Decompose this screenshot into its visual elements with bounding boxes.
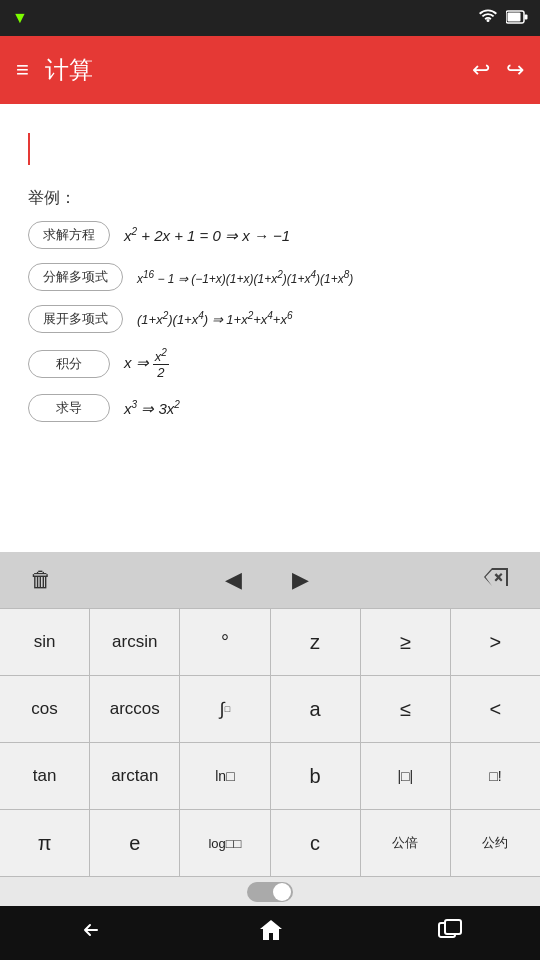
status-bar: ▼ <box>0 0 540 36</box>
cursor-left-button[interactable]: ◀ <box>215 561 252 599</box>
svg-rect-4 <box>445 920 461 934</box>
example-row-3: 展开多项式 (1+x2)(1+x4) ⇒ 1+x2+x4+x6 <box>28 305 512 333</box>
redo-button[interactable]: ↪ <box>506 57 524 83</box>
notification-icon: ▼ <box>12 9 28 27</box>
svg-rect-2 <box>525 14 528 19</box>
key-arcsin[interactable]: arcsin <box>90 609 180 675</box>
example-row-5: 求导 x3 ⇒ 3x2 <box>28 394 512 422</box>
app-header: ≡ 计算 ↩ ↪ <box>0 36 540 104</box>
keyboard-row-4: π e log□□ c 公倍 公约 <box>0 809 540 876</box>
example-tag-4[interactable]: 积分 <box>28 350 110 378</box>
cursor-right-button[interactable]: ▶ <box>282 561 319 599</box>
key-lte[interactable]: ≤ <box>361 676 451 742</box>
input-area[interactable] <box>28 124 512 174</box>
key-c[interactable]: c <box>271 810 361 876</box>
header-actions: ↩ ↪ <box>472 57 524 83</box>
key-a[interactable]: a <box>271 676 361 742</box>
key-z[interactable]: z <box>271 609 361 675</box>
keyboard-toolbar-center: ◀ ▶ <box>215 561 319 599</box>
svg-rect-1 <box>508 12 521 21</box>
key-cos[interactable]: cos <box>0 676 90 742</box>
key-b[interactable]: b <box>271 743 361 809</box>
status-right <box>478 9 528 28</box>
key-gcd[interactable]: 公约 <box>451 810 540 876</box>
menu-icon[interactable]: ≡ <box>16 57 29 83</box>
key-ln[interactable]: ln□ <box>180 743 270 809</box>
home-button[interactable] <box>258 918 284 948</box>
example-row-1: 求解方程 x2 + 2x + 1 = 0 ⇒ x → −1 <box>28 221 512 249</box>
example-expr-1: x2 + 2x + 1 = 0 ⇒ x → −1 <box>124 226 290 245</box>
keyboard: 🗑 ◀ ▶ sin arcsin ° z ≥ > cos arccos ∫□ a… <box>0 552 540 906</box>
toggle-row <box>0 876 540 906</box>
key-e[interactable]: e <box>90 810 180 876</box>
recent-apps-button[interactable] <box>437 919 463 947</box>
text-cursor <box>28 133 30 165</box>
example-row-2: 分解多项式 x16 − 1 ⇒ (−1+x)(1+x)(1+x2)(1+x4)(… <box>28 263 512 291</box>
backspace-button[interactable] <box>472 560 520 600</box>
battery-icon <box>506 10 528 27</box>
key-sin[interactable]: sin <box>0 609 90 675</box>
key-factorial[interactable]: □! <box>451 743 540 809</box>
example-tag-5[interactable]: 求导 <box>28 394 110 422</box>
key-degree[interactable]: ° <box>180 609 270 675</box>
key-arccos[interactable]: arccos <box>90 676 180 742</box>
status-left: ▼ <box>12 9 28 27</box>
main-content: 举例： 求解方程 x2 + 2x + 1 = 0 ⇒ x → −1 分解多项式 … <box>0 104 540 564</box>
wifi-icon <box>478 9 498 28</box>
key-pi[interactable]: π <box>0 810 90 876</box>
example-tag-2[interactable]: 分解多项式 <box>28 263 123 291</box>
key-lcm[interactable]: 公倍 <box>361 810 451 876</box>
back-button[interactable] <box>77 919 105 947</box>
example-expr-4: x ⇒ x22 <box>124 347 169 380</box>
example-expr-5: x3 ⇒ 3x2 <box>124 399 180 418</box>
key-abs[interactable]: |□| <box>361 743 451 809</box>
delete-button[interactable]: 🗑 <box>20 561 62 599</box>
example-expr-3: (1+x2)(1+x4) ⇒ 1+x2+x4+x6 <box>137 310 293 327</box>
keyboard-row-1: sin arcsin ° z ≥ > <box>0 608 540 675</box>
key-tan[interactable]: tan <box>0 743 90 809</box>
example-tag-1[interactable]: 求解方程 <box>28 221 110 249</box>
keyboard-row-3: tan arctan ln□ b |□| □! <box>0 742 540 809</box>
mode-toggle[interactable] <box>247 882 293 902</box>
example-tag-3[interactable]: 展开多项式 <box>28 305 123 333</box>
example-row-4: 积分 x ⇒ x22 <box>28 347 512 380</box>
page-title: 计算 <box>45 54 472 86</box>
key-integral[interactable]: ∫□ <box>180 676 270 742</box>
toggle-knob <box>273 883 291 901</box>
examples-label: 举例： <box>28 188 512 209</box>
key-arctan[interactable]: arctan <box>90 743 180 809</box>
key-gte[interactable]: ≥ <box>361 609 451 675</box>
key-gt[interactable]: > <box>451 609 540 675</box>
keyboard-row-2: cos arccos ∫□ a ≤ < <box>0 675 540 742</box>
undo-button[interactable]: ↩ <box>472 57 490 83</box>
keyboard-toolbar: 🗑 ◀ ▶ <box>0 552 540 608</box>
key-lt[interactable]: < <box>451 676 540 742</box>
key-log[interactable]: log□□ <box>180 810 270 876</box>
bottom-nav <box>0 906 540 960</box>
example-expr-2: x16 − 1 ⇒ (−1+x)(1+x)(1+x2)(1+x4)(1+x8) <box>137 269 353 286</box>
